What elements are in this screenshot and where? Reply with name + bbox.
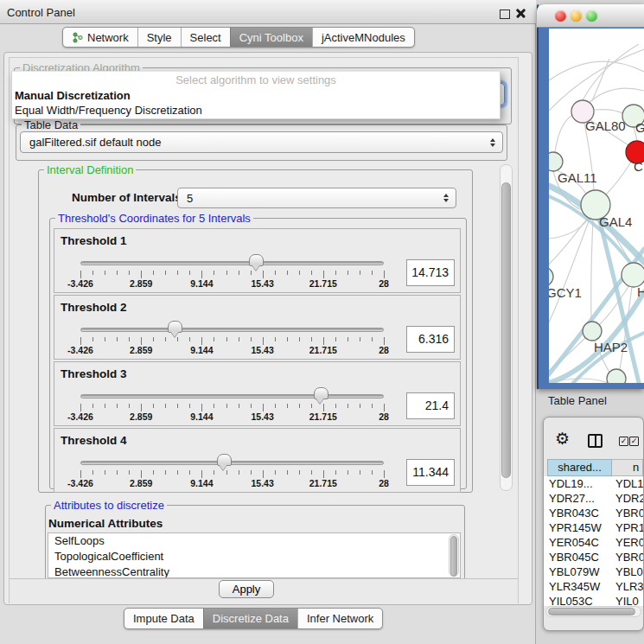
threshold-panel-2: Threshold 2-3.4262.8599.14415.4321.71528… [54,295,461,360]
attribute-item[interactable]: BetweennessCentrality [48,564,460,578]
tab-label: Cyni Toolbox [239,31,303,44]
content-scrollbar[interactable] [500,164,513,491]
threshold-slider-track[interactable] [80,328,384,332]
table-row[interactable]: YBR045CYBR0 [544,550,643,564]
tab-select[interactable]: Select [181,28,230,47]
checkbox-icon[interactable]: ✓ [629,437,639,446]
column-header-name[interactable]: n [612,459,643,476]
network-window-titlebar[interactable] [537,4,644,28]
algorithm-dropdown-popup: Select algorithm to view settings Manual… [11,71,501,119]
tab-label: Impute Data [133,612,194,625]
node-label: GAL11 [558,170,597,185]
tab-network[interactable]: Network [63,28,137,47]
table-cell-shared-name: YBR045C [544,551,612,564]
tab-infer-network[interactable]: Infer Network [297,609,382,628]
table-data-group-title: Table Data [22,118,80,131]
scrollbar-thumb[interactable] [501,182,511,478]
threshold-value-field[interactable]: 14.713 [406,259,455,286]
table-row[interactable]: YBR043CYBR0 [544,506,643,520]
tab-label: jActiveMNodules [322,31,405,44]
tab-label: Infer Network [307,612,373,625]
node-label: GAL4 [599,214,632,229]
attribute-item[interactable]: SelfLoops [48,533,460,549]
threshold-value-field[interactable]: 6.316 [406,326,455,353]
zoom-traffic-light-icon[interactable] [586,10,597,22]
table-row[interactable]: YBL079WYBL0 [544,564,643,579]
control-panel-window: Control Panel Network Style Select Cyni … [0,0,536,644]
network-canvas[interactable]: GAL80G.CGAL11GAL4GCY1HHAP2 [549,29,644,383]
table-cell-name: YBL0 [612,565,643,578]
network-view-window: GAL80G.CGAL11GAL4GCY1HHAP2 [537,4,644,389]
threshold-value-field[interactable]: 11.344 [406,459,455,486]
dropdown-placeholder: Select algorithm to view settings [12,72,500,88]
table-row[interactable]: YDL19...YDL1 [544,476,643,491]
table-cell-shared-name: YDL19... [544,477,612,490]
network-icon [72,32,83,43]
threshold-label: Threshold 2 [61,301,127,314]
threshold-slider-handle[interactable] [249,254,264,266]
node-label: GCY1 [549,285,582,300]
threshold-value-field[interactable]: 21.4 [406,392,455,419]
table-panel-window: ⚙ ✓ ✓ shared... n YDL19...YDL1YDR27...YD… [543,417,644,631]
dropdown-option-equal-width-frequency[interactable]: Equal Width/Frequency Discretization [12,103,500,118]
checkbox-icon[interactable]: ✓ [619,437,628,446]
tab-impute-data[interactable]: Impute Data [124,609,203,628]
gear-icon[interactable]: ⚙ [555,430,570,447]
attributes-group-title: Attributes to discretize [51,499,167,512]
numerical-attributes-label: Numerical Attributes [48,517,163,530]
tab-style[interactable]: Style [137,28,181,47]
numerical-attributes-list[interactable]: SelfLoopsTopologicalCoefficientBetweenne… [48,532,461,578]
close-icon[interactable] [515,8,526,19]
table-row[interactable]: YER054CYER0 [544,535,643,550]
combo-stepper-icon [443,194,449,202]
apply-button[interactable]: Apply [219,580,274,598]
table-cell-shared-name: YBR043C [544,507,612,520]
node-label: G. [635,120,644,135]
table-row[interactable]: YIL053CYIL0 [544,594,643,606]
table-cell-name: YDR2 [612,492,643,505]
threshold-list: Threshold 1-3.4262.8599.14415.4321.71528… [54,228,461,494]
network-graph: GAL80G.CGAL11GAL4GCY1HHAP2 [549,29,644,383]
tab-label: Discretize Data [213,612,289,625]
scrollbar-thumb[interactable] [450,536,457,577]
thresholds-group-title: Threshold's Coordinates for 5 Intervals [55,212,253,225]
threshold-slider-handle[interactable] [217,454,232,466]
threshold-panel-4: Threshold 4-3.4262.8599.14415.4321.71528… [54,428,461,493]
node-left[interactable] [549,152,563,171]
threshold-slider-track[interactable] [80,394,384,399]
table-data-combo[interactable]: galFiltered.sif default node [20,131,503,153]
close-traffic-light-icon[interactable] [555,10,566,22]
table-cell-shared-name: YER054C [544,536,612,549]
table-horizontal-scrollbar[interactable] [545,606,641,617]
number-of-intervals-combo[interactable]: 5 [177,188,456,208]
scrollbar-thumb[interactable] [548,608,635,615]
threshold-panel-1: Threshold 1-3.4262.8599.14415.4321.71528… [54,228,461,293]
table-row[interactable]: YDR27...YDR2 [544,491,643,506]
tab-discretize-data[interactable]: Discretize Data [203,609,297,628]
tab-cyni-toolbox[interactable]: Cyni Toolbox [230,28,312,47]
table-cell-shared-name: YPR145W [544,521,612,534]
window-title: Control Panel [7,0,75,24]
node-bottom[interactable] [607,369,626,383]
table-row[interactable]: YLR345WYLR3 [544,579,643,594]
node-right-mid[interactable] [622,263,644,287]
table-cell-shared-name: YLR345W [544,580,612,593]
float-window-icon[interactable] [500,10,510,19]
table-rows: YDL19...YDL1YDR27...YDR2YBR043CYBR0YPR14… [544,476,643,606]
column-header-shared-name[interactable]: shared... [547,459,612,476]
threshold-slider-track[interactable] [80,261,384,265]
attributes-list-scrollbar[interactable] [449,534,459,577]
right-column: GAL80G.CGAL11GAL4GCY1HHAP2 Table Panel ⚙… [536,0,644,644]
node-gcy1[interactable] [549,267,553,286]
top-tab-bar: Network Style Select Cyni Toolbox jActiv… [62,27,415,48]
threshold-slider-track[interactable] [80,461,384,465]
minimize-traffic-light-icon[interactable] [571,10,582,22]
threshold-slider-handle[interactable] [168,321,182,333]
dropdown-option-manual-discretization[interactable]: Manual Discretization [12,88,500,103]
attribute-item[interactable]: TopologicalCoefficient [48,549,460,564]
threshold-slider-handle[interactable] [314,387,328,399]
tab-jactivemnodules[interactable]: jActiveMNodules [312,28,414,47]
node-hap2[interactable] [583,322,602,341]
split-panel-icon[interactable] [588,434,603,448]
table-row[interactable]: YPR145WYPR1 [544,520,643,535]
